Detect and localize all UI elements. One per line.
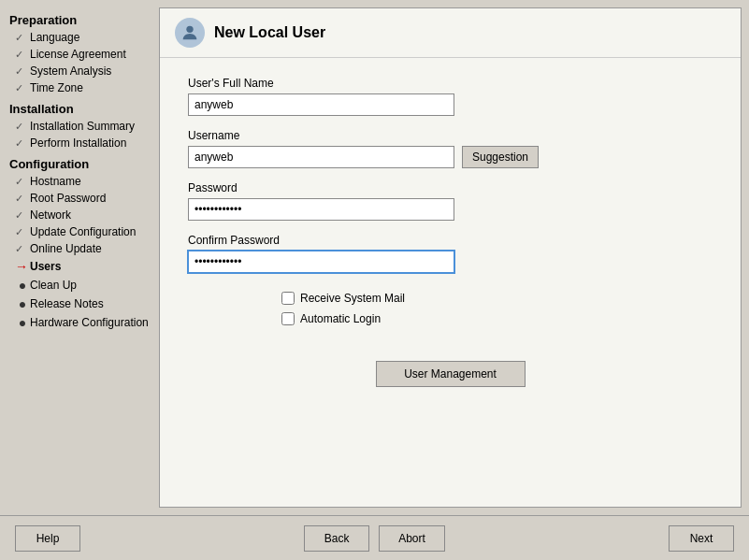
sidebar-item-cleanup[interactable]: ● Clean Up: [0, 276, 159, 294]
username-group: Username Suggestion: [188, 129, 713, 168]
bottom-bar: Help Back Abort Next: [0, 515, 749, 560]
sidebar-item-release-notes[interactable]: ● Release Notes: [0, 294, 159, 313]
sidebar-item-label: Root Password: [30, 192, 150, 205]
sidebar-item-label: Update Configuration: [30, 225, 150, 238]
suggestion-button[interactable]: Suggestion: [462, 146, 539, 168]
check-icon: ✓: [15, 243, 30, 255]
sidebar-item-system-analysis[interactable]: ✓ System Analysis: [0, 63, 159, 79]
svg-point-0: [186, 26, 193, 33]
dot-icon: ●: [15, 315, 30, 330]
check-icon: ✓: [15, 193, 30, 205]
confirm-password-group: Confirm Password: [188, 234, 713, 273]
dot-icon: ●: [15, 278, 30, 293]
sidebar-item-online-update[interactable]: ✓ Online Update: [0, 240, 159, 257]
sidebar-item-update-configuration[interactable]: ✓ Update Configuration: [0, 223, 159, 240]
receive-mail-label: Receive System Mail: [300, 292, 405, 305]
sidebar-item-label: Clean Up: [30, 279, 150, 292]
sidebar-item-label: Users: [30, 260, 150, 273]
full-name-group: User's Full Name: [188, 77, 713, 116]
sidebar-item-hardware-configuration[interactable]: ● Hardware Configuration: [0, 313, 159, 332]
receive-mail-group: Receive System Mail: [281, 292, 713, 305]
username-label: Username: [188, 129, 713, 142]
username-row: Suggestion: [188, 146, 713, 168]
dot-icon: ●: [15, 296, 30, 311]
password-label: Password: [188, 181, 713, 194]
check-icon: ✓: [15, 137, 30, 150]
sidebar: Preparation ✓ Language ✓ License Agreeme…: [0, 0, 159, 515]
auto-login-checkbox[interactable]: [281, 312, 295, 325]
password-group: Password: [188, 181, 713, 221]
user-avatar-icon: [175, 18, 205, 48]
arrow-icon: →: [15, 259, 30, 274]
sidebar-item-installation-summary[interactable]: ✓ Installation Summary: [0, 118, 159, 135]
sidebar-section-configuration: Configuration: [0, 151, 159, 173]
check-icon: ✓: [15, 209, 30, 222]
help-button[interactable]: Help: [15, 525, 80, 552]
receive-mail-checkbox[interactable]: [281, 292, 295, 305]
sidebar-item-label: Language: [30, 31, 150, 44]
sidebar-item-label: Hardware Configuration: [30, 316, 150, 329]
sidebar-section-installation: Installation: [0, 96, 159, 118]
sidebar-item-users[interactable]: → Users: [0, 257, 159, 276]
sidebar-item-label: Online Update: [30, 242, 150, 255]
sidebar-item-label: Installation Summary: [30, 120, 150, 133]
sidebar-item-network[interactable]: ✓ Network: [0, 207, 159, 223]
username-input[interactable]: [188, 146, 454, 168]
full-name-label: User's Full Name: [188, 77, 713, 90]
sidebar-item-license[interactable]: ✓ License Agreement: [0, 46, 159, 63]
bottom-center-buttons: Back Abort: [304, 525, 445, 552]
sidebar-item-perform-installation[interactable]: ✓ Perform Installation: [0, 135, 159, 151]
sidebar-item-label: Hostname: [30, 175, 150, 188]
confirm-password-label: Confirm Password: [188, 234, 713, 247]
confirm-password-input[interactable]: [188, 251, 454, 273]
check-icon: ✓: [15, 176, 30, 188]
auto-login-label: Automatic Login: [300, 312, 381, 325]
sidebar-item-language[interactable]: ✓ Language: [0, 29, 159, 46]
check-icon: ✓: [15, 49, 30, 61]
abort-button[interactable]: Abort: [379, 525, 445, 552]
next-button[interactable]: Next: [669, 525, 734, 552]
user-management-button[interactable]: User Management: [376, 361, 526, 387]
page-title: New Local User: [214, 24, 325, 41]
sidebar-section-preparation: Preparation: [0, 7, 159, 29]
sidebar-item-label: License Agreement: [30, 48, 150, 61]
form-area: User's Full Name Username Suggestion Pas…: [160, 58, 741, 507]
auto-login-group: Automatic Login: [281, 312, 713, 325]
sidebar-item-root-password[interactable]: ✓ Root Password: [0, 190, 159, 207]
sidebar-item-time-zone[interactable]: ✓ Time Zone: [0, 79, 159, 96]
sidebar-item-label: System Analysis: [30, 65, 150, 78]
sidebar-item-label: Perform Installation: [30, 136, 150, 150]
check-icon: ✓: [15, 32, 30, 44]
sidebar-item-hostname[interactable]: ✓ Hostname: [0, 173, 159, 190]
sidebar-item-label: Release Notes: [30, 297, 150, 310]
sidebar-item-label: Network: [30, 208, 150, 222]
check-icon: ✓: [15, 65, 30, 78]
content-area: New Local User User's Full Name Username…: [159, 7, 742, 508]
check-icon: ✓: [15, 226, 30, 238]
content-header: New Local User: [160, 8, 741, 58]
back-button[interactable]: Back: [304, 525, 369, 552]
password-input[interactable]: [188, 198, 454, 221]
checkboxes-area: Receive System Mail Automatic Login: [281, 292, 713, 333]
full-name-input[interactable]: [188, 93, 454, 116]
check-icon: ✓: [15, 121, 30, 133]
sidebar-item-label: Time Zone: [30, 81, 150, 94]
check-icon: ✓: [15, 82, 30, 94]
